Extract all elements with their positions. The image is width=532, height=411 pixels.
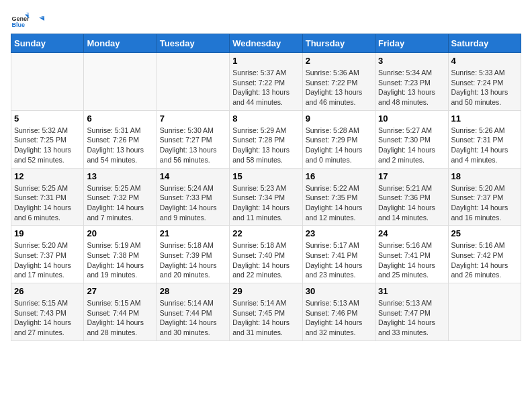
day-info: Sunrise: 5:15 AMSunset: 7:43 PMDaylight:… bbox=[14, 298, 81, 338]
day-number: 17 bbox=[378, 171, 445, 181]
calendar-cell bbox=[157, 53, 229, 111]
calendar-cell: 21Sunrise: 5:18 AMSunset: 7:39 PMDayligh… bbox=[157, 226, 229, 283]
calendar-cell: 17Sunrise: 5:21 AMSunset: 7:36 PMDayligh… bbox=[375, 168, 448, 226]
week-row-1: 1Sunrise: 5:37 AMSunset: 7:22 PMDaylight… bbox=[11, 53, 521, 111]
page-header: General Blue bbox=[11, 11, 521, 30]
header-day-sunday: Sunday bbox=[11, 34, 84, 53]
calendar-cell: 12Sunrise: 5:25 AMSunset: 7:31 PMDayligh… bbox=[11, 168, 84, 226]
day-info: Sunrise: 5:30 AMSunset: 7:27 PMDaylight:… bbox=[160, 126, 226, 165]
day-info: Sunrise: 5:13 AMSunset: 7:47 PMDaylight:… bbox=[378, 298, 445, 338]
calendar-cell: 2Sunrise: 5:36 AMSunset: 7:22 PMDaylight… bbox=[302, 53, 375, 111]
calendar-cell: 25Sunrise: 5:16 AMSunset: 7:42 PMDayligh… bbox=[448, 226, 521, 283]
day-number: 5 bbox=[14, 113, 81, 124]
header-day-thursday: Thursday bbox=[302, 34, 375, 53]
calendar-cell: 8Sunrise: 5:29 AMSunset: 7:28 PMDaylight… bbox=[230, 110, 302, 168]
calendar-cell: 26Sunrise: 5:15 AMSunset: 7:43 PMDayligh… bbox=[11, 283, 84, 341]
day-info: Sunrise: 5:15 AMSunset: 7:44 PMDaylight:… bbox=[87, 298, 153, 338]
calendar-cell: 30Sunrise: 5:13 AMSunset: 7:46 PMDayligh… bbox=[302, 283, 375, 341]
day-number: 21 bbox=[160, 228, 226, 238]
day-info: Sunrise: 5:14 AMSunset: 7:45 PMDaylight:… bbox=[232, 298, 299, 338]
day-info: Sunrise: 5:34 AMSunset: 7:23 PMDaylight:… bbox=[378, 68, 445, 107]
calendar-cell: 5Sunrise: 5:32 AMSunset: 7:25 PMDaylight… bbox=[11, 110, 84, 168]
day-info: Sunrise: 5:27 AMSunset: 7:30 PMDaylight:… bbox=[378, 126, 445, 165]
calendar-cell: 3Sunrise: 5:34 AMSunset: 7:23 PMDaylight… bbox=[375, 53, 448, 111]
day-info: Sunrise: 5:13 AMSunset: 7:46 PMDaylight:… bbox=[306, 298, 372, 338]
day-info: Sunrise: 5:26 AMSunset: 7:31 PMDaylight:… bbox=[451, 126, 518, 165]
day-number: 19 bbox=[14, 228, 81, 238]
calendar-cell: 1Sunrise: 5:37 AMSunset: 7:22 PMDaylight… bbox=[230, 53, 302, 111]
day-info: Sunrise: 5:17 AMSunset: 7:41 PMDaylight:… bbox=[306, 240, 372, 280]
calendar-cell: 11Sunrise: 5:26 AMSunset: 7:31 PMDayligh… bbox=[448, 110, 521, 168]
day-number: 1 bbox=[232, 56, 299, 66]
calendar-cell: 23Sunrise: 5:17 AMSunset: 7:41 PMDayligh… bbox=[302, 226, 375, 283]
day-info: Sunrise: 5:22 AMSunset: 7:35 PMDaylight:… bbox=[306, 183, 372, 223]
day-number: 26 bbox=[14, 286, 81, 296]
day-info: Sunrise: 5:37 AMSunset: 7:22 PMDaylight:… bbox=[232, 68, 299, 107]
day-info: Sunrise: 5:31 AMSunset: 7:26 PMDaylight:… bbox=[87, 126, 153, 165]
calendar-cell: 13Sunrise: 5:25 AMSunset: 7:32 PMDayligh… bbox=[84, 168, 157, 226]
calendar-cell: 15Sunrise: 5:23 AMSunset: 7:34 PMDayligh… bbox=[230, 168, 302, 226]
calendar-cell: 9Sunrise: 5:28 AMSunset: 7:29 PMDaylight… bbox=[302, 110, 375, 168]
day-number: 11 bbox=[451, 113, 518, 124]
svg-marker-4 bbox=[39, 17, 44, 21]
calendar-cell: 7Sunrise: 5:30 AMSunset: 7:27 PMDaylight… bbox=[157, 110, 229, 168]
day-info: Sunrise: 5:19 AMSunset: 7:38 PMDaylight:… bbox=[87, 240, 153, 280]
header-day-monday: Monday bbox=[84, 34, 157, 53]
day-number: 29 bbox=[232, 286, 299, 296]
calendar-cell: 20Sunrise: 5:19 AMSunset: 7:38 PMDayligh… bbox=[84, 226, 157, 283]
day-info: Sunrise: 5:14 AMSunset: 7:44 PMDaylight:… bbox=[160, 298, 226, 338]
day-number: 18 bbox=[451, 171, 518, 181]
day-number: 20 bbox=[87, 228, 153, 238]
calendar-cell: 14Sunrise: 5:24 AMSunset: 7:33 PMDayligh… bbox=[157, 168, 229, 226]
day-number: 24 bbox=[378, 228, 445, 238]
day-info: Sunrise: 5:36 AMSunset: 7:22 PMDaylight:… bbox=[306, 68, 372, 107]
day-number: 31 bbox=[378, 286, 445, 296]
week-row-2: 5Sunrise: 5:32 AMSunset: 7:25 PMDaylight… bbox=[11, 110, 521, 168]
day-number: 2 bbox=[306, 56, 372, 66]
day-number: 4 bbox=[451, 56, 518, 66]
day-number: 9 bbox=[306, 113, 372, 124]
day-info: Sunrise: 5:32 AMSunset: 7:25 PMDaylight:… bbox=[14, 126, 81, 165]
day-info: Sunrise: 5:25 AMSunset: 7:31 PMDaylight:… bbox=[14, 183, 81, 223]
day-info: Sunrise: 5:24 AMSunset: 7:33 PMDaylight:… bbox=[160, 183, 226, 223]
calendar-cell: 24Sunrise: 5:16 AMSunset: 7:41 PMDayligh… bbox=[375, 226, 448, 283]
header-row: SundayMondayTuesdayWednesdayThursdayFrid… bbox=[11, 34, 521, 53]
day-number: 7 bbox=[160, 113, 226, 124]
calendar-cell: 19Sunrise: 5:20 AMSunset: 7:37 PMDayligh… bbox=[11, 226, 84, 283]
calendar-table: SundayMondayTuesdayWednesdayThursdayFrid… bbox=[11, 34, 521, 341]
day-number: 25 bbox=[451, 228, 518, 238]
calendar-cell: 18Sunrise: 5:20 AMSunset: 7:37 PMDayligh… bbox=[448, 168, 521, 226]
day-number: 15 bbox=[232, 171, 299, 181]
day-number: 13 bbox=[87, 171, 153, 181]
day-number: 3 bbox=[378, 56, 445, 66]
day-number: 16 bbox=[306, 171, 372, 181]
day-number: 12 bbox=[14, 171, 81, 181]
day-info: Sunrise: 5:23 AMSunset: 7:34 PMDaylight:… bbox=[232, 183, 299, 223]
day-info: Sunrise: 5:25 AMSunset: 7:32 PMDaylight:… bbox=[87, 183, 153, 223]
calendar-cell: 31Sunrise: 5:13 AMSunset: 7:47 PMDayligh… bbox=[375, 283, 448, 341]
header-day-saturday: Saturday bbox=[448, 34, 521, 53]
day-info: Sunrise: 5:18 AMSunset: 7:39 PMDaylight:… bbox=[160, 240, 226, 280]
header-day-tuesday: Tuesday bbox=[157, 34, 229, 53]
day-info: Sunrise: 5:29 AMSunset: 7:28 PMDaylight:… bbox=[232, 126, 299, 165]
calendar-cell: 29Sunrise: 5:14 AMSunset: 7:45 PMDayligh… bbox=[230, 283, 302, 341]
logo: General Blue bbox=[11, 11, 46, 30]
logo-icon: General Blue bbox=[11, 11, 30, 30]
calendar-cell: 4Sunrise: 5:33 AMSunset: 7:24 PMDaylight… bbox=[448, 53, 521, 111]
day-number: 8 bbox=[232, 113, 299, 124]
day-number: 23 bbox=[306, 228, 372, 238]
calendar-cell: 22Sunrise: 5:18 AMSunset: 7:40 PMDayligh… bbox=[230, 226, 302, 283]
svg-marker-3 bbox=[26, 13, 29, 15]
day-number: 10 bbox=[378, 113, 445, 124]
week-row-3: 12Sunrise: 5:25 AMSunset: 7:31 PMDayligh… bbox=[11, 168, 521, 226]
svg-text:Blue: Blue bbox=[11, 21, 25, 28]
calendar-cell: 16Sunrise: 5:22 AMSunset: 7:35 PMDayligh… bbox=[302, 168, 375, 226]
calendar-cell bbox=[11, 53, 84, 111]
day-info: Sunrise: 5:28 AMSunset: 7:29 PMDaylight:… bbox=[306, 126, 372, 165]
day-info: Sunrise: 5:16 AMSunset: 7:41 PMDaylight:… bbox=[378, 240, 445, 280]
day-number: 6 bbox=[87, 113, 153, 124]
calendar-cell: 6Sunrise: 5:31 AMSunset: 7:26 PMDaylight… bbox=[84, 110, 157, 168]
calendar-header: SundayMondayTuesdayWednesdayThursdayFrid… bbox=[11, 34, 521, 53]
day-number: 30 bbox=[306, 286, 372, 296]
calendar-cell: 27Sunrise: 5:15 AMSunset: 7:44 PMDayligh… bbox=[84, 283, 157, 341]
